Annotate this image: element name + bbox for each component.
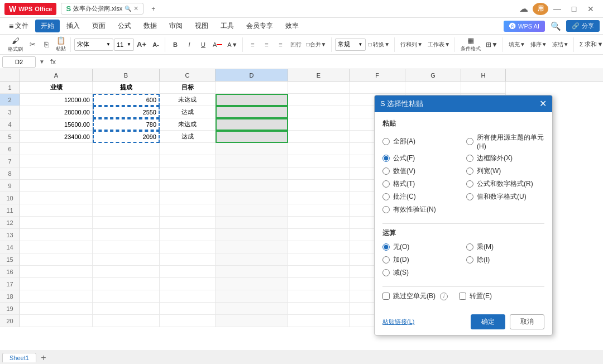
cell-a16[interactable] <box>20 266 93 278</box>
cell-e1[interactable] <box>288 82 350 94</box>
paste-option-usetheme[interactable]: 所有使用源主题的单元(H) <box>466 133 544 150</box>
font-name-dropdown[interactable]: 宋体 ▼ <box>74 39 113 51</box>
row-num-11[interactable]: 11 <box>0 204 20 217</box>
sheet-tab-1[interactable]: Sheet1 <box>2 353 36 362</box>
cell-d6[interactable] <box>216 143 288 155</box>
cell-d7[interactable] <box>216 155 288 167</box>
cell-c12[interactable] <box>160 217 216 229</box>
cell-a15[interactable] <box>20 253 93 266</box>
cell-a9[interactable] <box>20 180 93 192</box>
menu-member[interactable]: 会员专享 <box>241 20 279 32</box>
paste-radio-format[interactable] <box>382 180 390 188</box>
cell-b6[interactable] <box>93 143 160 155</box>
row-num-15[interactable]: 15 <box>0 253 20 266</box>
cell-a13[interactable] <box>20 229 93 241</box>
cell-c7[interactable] <box>160 155 216 167</box>
cell-b14[interactable] <box>93 241 160 253</box>
cell-e9[interactable] <box>288 180 350 192</box>
transpose-checkbox-label[interactable]: 转置(E) <box>459 291 492 301</box>
row-num-5[interactable]: 5 <box>0 131 20 143</box>
row-num-9[interactable]: 9 <box>0 180 20 192</box>
cell-d16[interactable] <box>216 266 288 278</box>
cell-d12[interactable] <box>216 217 288 229</box>
cell-c16[interactable] <box>160 266 216 278</box>
paste-radio-all[interactable] <box>382 138 390 145</box>
cell-e11[interactable] <box>288 204 350 217</box>
paste-link-btn[interactable]: 粘贴链接(L) <box>382 318 466 326</box>
row-num-8[interactable]: 8 <box>0 167 20 180</box>
cell-b3[interactable]: 2550 <box>93 106 160 118</box>
row-num-19[interactable]: 19 <box>0 303 20 315</box>
cell-c3[interactable]: 达成 <box>160 106 216 118</box>
cell-c4[interactable]: 未达成 <box>160 118 216 131</box>
cell-ref-dropdown[interactable]: ▼ <box>38 56 46 68</box>
cell-d11[interactable] <box>216 204 288 217</box>
col-header-b[interactable]: B <box>93 69 160 81</box>
row-num-6[interactable]: 6 <box>0 143 20 155</box>
row-num-17[interactable]: 17 <box>0 278 20 290</box>
skip-blank-info-icon[interactable]: i <box>440 293 448 300</box>
dialog-close-btn[interactable]: ✕ <box>539 99 547 108</box>
sum-btn[interactable]: Σ 求和▼ <box>577 37 603 52</box>
cell-b19[interactable] <box>93 303 160 315</box>
cell-e2[interactable] <box>288 94 350 106</box>
cell-a19[interactable] <box>20 303 93 315</box>
op-add[interactable]: 加(D) <box>382 255 461 265</box>
cell-g1[interactable] <box>405 82 461 94</box>
op-radio-none[interactable] <box>382 243 390 251</box>
cell-e8[interactable] <box>288 167 350 180</box>
border-btn[interactable]: ⊞▼ <box>484 37 500 52</box>
align-left-btn[interactable]: ≡ <box>246 37 260 52</box>
cell-e7[interactable] <box>288 155 350 167</box>
cell-a8[interactable] <box>20 167 93 180</box>
cell-ref-box[interactable]: D2 <box>2 56 36 68</box>
cell-c8[interactable] <box>160 167 216 180</box>
fill-btn[interactable]: 填充▼ <box>506 37 528 52</box>
col-header-a[interactable]: A <box>20 69 93 81</box>
cell-a5[interactable]: 23400.00 <box>20 131 93 143</box>
cell-d19[interactable] <box>216 303 288 315</box>
cell-c11[interactable] <box>160 204 216 217</box>
sheet-tab-add[interactable]: + <box>37 353 50 363</box>
cell-a12[interactable] <box>20 217 93 229</box>
cut-btn[interactable]: ✂ <box>26 37 39 52</box>
cell-b13[interactable] <box>93 229 160 241</box>
cell-e17[interactable] <box>288 278 350 290</box>
paste-btn[interactable]: 📋 粘贴 <box>54 37 68 52</box>
cell-e3[interactable] <box>288 106 350 118</box>
merge-btn[interactable]: □合并▼ <box>304 37 329 52</box>
paste-radio-valuenumber[interactable] <box>466 193 473 200</box>
paste-option-formulanumber[interactable]: 公式和数字格式(R) <box>466 179 544 189</box>
underline-btn[interactable]: U <box>197 37 210 52</box>
col-header-h[interactable]: H <box>461 69 506 81</box>
paste-option-valuenumber[interactable]: 值和数字格式(U) <box>466 192 544 202</box>
bold-btn[interactable]: B <box>169 37 182 52</box>
formula-input[interactable] <box>60 56 601 68</box>
cell-e6[interactable] <box>288 143 350 155</box>
row-num-14[interactable]: 14 <box>0 241 20 253</box>
cell-c5[interactable]: 达成 <box>160 131 216 143</box>
cell-a7[interactable] <box>20 155 93 167</box>
cell-c17[interactable] <box>160 278 216 290</box>
cell-e10[interactable] <box>288 192 350 204</box>
cell-e5[interactable] <box>288 131 350 143</box>
cell-b4[interactable]: 780 <box>93 118 160 131</box>
cell-d15[interactable] <box>216 253 288 266</box>
menu-formula[interactable]: 公式 <box>112 20 137 32</box>
dialog-title[interactable]: S 选择性粘贴 ✕ <box>375 95 552 112</box>
wps-ai-btn[interactable]: 🅐 WPS AI <box>504 21 545 32</box>
cell-e20[interactable] <box>288 315 350 327</box>
cell-d13[interactable] <box>216 229 288 241</box>
cell-a18[interactable] <box>20 290 93 303</box>
cell-f1[interactable] <box>350 82 405 94</box>
cell-c20[interactable] <box>160 315 216 327</box>
row-num-4[interactable]: 4 <box>0 118 20 131</box>
cell-a20[interactable] <box>20 315 93 327</box>
search-icon[interactable]: 🔍 <box>548 20 563 33</box>
op-none[interactable]: 无(O) <box>382 242 461 252</box>
cell-b15[interactable] <box>93 253 160 266</box>
align-center-btn[interactable]: ≡ <box>260 37 274 52</box>
font-increase-btn[interactable]: A+ <box>135 37 149 52</box>
cell-b5[interactable]: 2090 <box>93 131 160 143</box>
cell-d1[interactable] <box>216 82 288 94</box>
